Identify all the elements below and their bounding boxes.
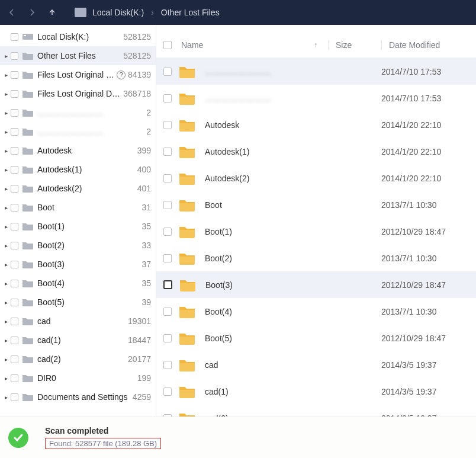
checkbox[interactable] (11, 280, 18, 287)
chevron-right-icon[interactable]: ▸ (2, 223, 9, 230)
checkbox[interactable] (163, 280, 172, 289)
tree-root[interactable]: Local Disk(K:) 528125 (0, 27, 156, 46)
checkbox[interactable] (163, 308, 172, 316)
folder-tree[interactable]: Local Disk(K:) 528125 ▸Other Lost Files5… (0, 25, 156, 417)
checkbox[interactable] (163, 254, 172, 262)
checkbox[interactable] (11, 318, 18, 325)
file-row[interactable]: cad(1)2014/3/5 19:37 (156, 378, 476, 405)
chevron-right-icon[interactable]: ▸ (2, 356, 9, 363)
chevron-right-icon[interactable]: ▸ (2, 204, 9, 211)
chevron-right-icon[interactable]: ▸ (2, 148, 9, 154)
chevron-right-icon[interactable]: ▸ (2, 242, 9, 249)
sort-arrow-icon[interactable]: ↑ (314, 41, 317, 49)
checkbox[interactable] (11, 337, 18, 344)
file-row[interactable]: cad(2)2014/3/5 19:37 (156, 405, 476, 417)
chevron-right-icon[interactable]: ▸ (2, 110, 9, 116)
tree-item[interactable]: ▸……………………2 (0, 103, 156, 122)
checkbox[interactable] (163, 228, 172, 236)
checkbox[interactable] (163, 387, 172, 396)
checkbox[interactable] (163, 361, 172, 369)
tree-item[interactable]: ▸Boot(2)33 (0, 236, 156, 255)
tree-item[interactable]: ▸Other Lost Files528125 (0, 46, 156, 65)
checkbox[interactable] (163, 68, 172, 76)
checkbox[interactable] (11, 33, 18, 41)
breadcrumb-folder[interactable]: Other Lost Files (161, 8, 220, 17)
select-all-checkbox[interactable] (163, 41, 172, 49)
tree-item[interactable]: ▸Autodesk(2)401 (0, 179, 156, 198)
checkbox[interactable] (11, 299, 18, 306)
checkbox[interactable] (11, 261, 18, 268)
chevron-right-icon[interactable]: ▸ (2, 261, 9, 268)
checkbox[interactable] (11, 204, 18, 212)
file-row[interactable]: Boot(3)2012/10/29 18:47 (156, 271, 476, 298)
column-header[interactable]: Name ↑ Size Date Modified (156, 32, 476, 58)
nav-back[interactable] (4, 4, 20, 21)
chevron-right-icon[interactable]: ▸ (2, 299, 9, 306)
checkbox[interactable] (163, 121, 172, 129)
checkbox[interactable] (163, 94, 172, 103)
checkbox[interactable] (11, 109, 18, 117)
chevron-right-icon[interactable]: ▸ (2, 166, 9, 173)
checkbox[interactable] (163, 174, 172, 182)
file-row[interactable]: Boot2013/7/1 10:30 (156, 191, 476, 218)
tree-item[interactable]: ▸Autodesk399 (0, 141, 156, 160)
tree-item[interactable]: ▸Files Lost Original Dire...368718 (0, 84, 156, 103)
file-row[interactable]: Boot(5)2012/10/29 18:47 (156, 325, 476, 351)
help-icon[interactable]: ? (117, 71, 126, 79)
col-size[interactable]: Size (328, 40, 381, 50)
tree-item[interactable]: ▸Boot(4)35 (0, 274, 156, 293)
checkbox[interactable] (11, 374, 18, 382)
chevron-right-icon[interactable]: ▸ (2, 375, 9, 382)
chevron-right-icon[interactable]: ▸ (2, 280, 9, 287)
tree-item[interactable]: ▸cad(2)20177 (0, 350, 156, 369)
col-date[interactable]: Date Modified (381, 40, 476, 50)
tree-item[interactable]: ▸Files Lost Original N...?84139 (0, 65, 156, 84)
file-row[interactable]: Autodesk(2)2014/1/20 22:10 (156, 165, 476, 191)
chevron-right-icon[interactable]: ▸ (2, 394, 9, 401)
checkbox[interactable] (163, 334, 172, 342)
file-row[interactable]: Autodesk(1)2014/1/20 22:10 (156, 138, 476, 165)
tree-item[interactable]: ▸Autodesk(1)400 (0, 160, 156, 179)
tree-item[interactable]: ▸Documents and Settings4259 (0, 387, 156, 406)
chevron-right-icon[interactable]: ▸ (2, 53, 9, 59)
col-name[interactable]: Name (179, 40, 314, 50)
checkbox[interactable] (11, 242, 18, 249)
file-row[interactable]: Boot(1)2012/10/29 18:47 (156, 218, 476, 245)
file-row[interactable]: ……………………2014/7/10 17:53 (156, 58, 476, 85)
chevron-right-icon[interactable]: ▸ (2, 318, 9, 325)
tree-item[interactable]: ▸cad(1)18447 (0, 331, 156, 350)
chevron-right-icon[interactable]: ▸ (2, 185, 9, 192)
checkbox[interactable] (11, 52, 18, 60)
tree-item[interactable]: ▸Boot31 (0, 198, 156, 217)
file-list[interactable]: ……………………2014/7/10 17:53……………………2014/7/10… (156, 58, 476, 417)
checkbox[interactable] (11, 71, 18, 79)
chevron-right-icon[interactable]: ▸ (2, 337, 9, 344)
checkbox[interactable] (11, 355, 18, 363)
checkbox[interactable] (11, 185, 18, 193)
file-row[interactable]: Boot(4)2013/7/1 10:30 (156, 298, 476, 325)
tree-item[interactable]: ▸DIR0199 (0, 369, 156, 387)
file-row[interactable]: cad2014/3/5 19:37 (156, 351, 476, 378)
file-row[interactable]: ……………………2014/7/10 17:53 (156, 85, 476, 111)
chevron-right-icon[interactable]: ▸ (2, 72, 9, 78)
nav-forward[interactable] (24, 4, 40, 21)
checkbox[interactable] (163, 201, 172, 209)
chevron-right-icon[interactable]: ▸ (2, 91, 9, 97)
tree-item[interactable]: ▸cad19301 (0, 312, 156, 331)
file-row[interactable]: Boot(2)2013/7/1 10:30 (156, 245, 476, 271)
checkbox[interactable] (11, 147, 18, 155)
checkbox[interactable] (11, 223, 18, 230)
tree-item[interactable]: ▸Boot(5)39 (0, 293, 156, 312)
checkbox[interactable] (11, 166, 18, 174)
breadcrumb-drive[interactable]: Local Disk(K:) (92, 8, 144, 17)
chevron-right-icon[interactable]: ▸ (2, 129, 9, 135)
tree-item[interactable]: ▸Boot(3)37 (0, 255, 156, 274)
checkbox[interactable] (11, 128, 18, 136)
tree-item[interactable]: ▸……………………2 (0, 122, 156, 141)
tree-item[interactable]: ▸Boot(1)35 (0, 217, 156, 236)
nav-up[interactable] (44, 4, 60, 21)
checkbox[interactable] (11, 393, 18, 401)
file-row[interactable]: Autodesk2014/1/20 22:10 (156, 111, 476, 138)
checkbox[interactable] (11, 90, 18, 98)
checkbox[interactable] (163, 148, 172, 156)
